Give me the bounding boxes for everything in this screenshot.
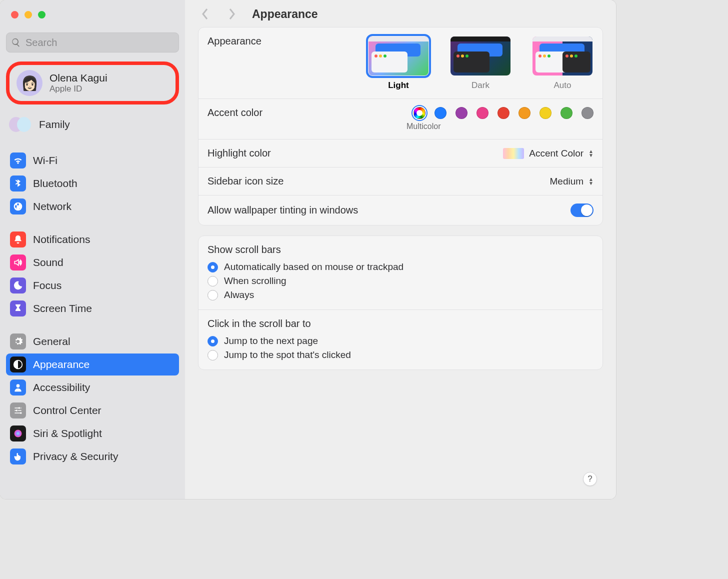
highlight-select[interactable]: Accent Color ▲▼ [503,148,594,159]
apple-id-row[interactable]: 👩🏻 Olena Kagui Apple ID [6,62,179,104]
minimize-window-button[interactable] [24,11,32,18]
accent-swatch-orange[interactable] [518,107,530,119]
sidebar: 👩🏻 Olena Kagui Apple ID Family Wi-FiBlue… [0,0,185,499]
sidebar-item-label: Network [33,200,72,212]
radio-option[interactable]: Jump to the next page [208,336,594,346]
bell-icon [10,232,26,248]
sidebar-item-network[interactable]: Network [6,196,179,218]
appearance-mode-label: Light [388,80,409,90]
radio-icon [208,262,218,272]
radio-label: Automatically based on mouse or trackpad [224,262,404,272]
accent-swatch-pink[interactable] [476,107,488,119]
radio-icon [208,290,218,300]
accent-swatch-purple[interactable] [456,107,468,119]
sidebar-item-appearance[interactable]: Appearance [6,354,179,376]
sidebar-item-label: Bluetooth [33,178,78,190]
appearance-card: Appearance LightDarkAuto Accent color Mu… [198,27,603,226]
tinting-label: Allow wallpaper tinting in windows [208,204,358,216]
sidebar-item-siri-spotlight[interactable]: Siri & Spotlight [6,422,179,444]
radio-option[interactable]: Always [208,290,594,300]
person-icon [10,380,26,396]
appearance-mode-dark[interactable] [450,36,512,76]
globe-icon [10,198,26,214]
appearance-mode-label: Auto [554,80,572,90]
sidebar-item-wi-fi[interactable]: Wi-Fi [6,150,179,172]
chevron-updown-icon: ▲▼ [588,178,594,186]
nav-back-button[interactable] [198,7,212,21]
nav-forward-button[interactable] [225,7,239,21]
scrollclick-label: Click in the scroll bar to [208,318,594,330]
account-sub: Apple ID [50,84,108,94]
radio-label: Jump to the next page [224,336,318,346]
accent-swatch-yellow[interactable] [540,107,552,119]
sliders-icon [10,402,26,418]
help-button[interactable]: ? [583,472,597,486]
scrollbars-label: Show scroll bars [208,244,594,256]
wifi-icon [10,152,26,168]
sidebar-size-select[interactable]: Medium ▲▼ [550,176,594,187]
siri-icon [10,426,26,442]
svg-point-5 [14,430,22,438]
radio-label: Jump to the spot that's clicked [224,350,351,360]
account-name: Olena Kagui [50,72,108,84]
family-avatar-icon [9,114,31,136]
sidebar-item-label: Accessibility [33,382,90,394]
appearance-label: Appearance [208,36,262,47]
tinting-switch[interactable] [570,204,594,217]
svg-point-4 [20,412,22,414]
radio-label: When scrolling [224,276,286,286]
radio-option[interactable]: Jump to the spot that's clicked [208,350,594,360]
appearance-mode-auto[interactable] [532,36,594,76]
sidebar-item-label: Control Center [33,404,102,416]
sidebar-item-screen-time[interactable]: Screen Time [6,298,179,320]
radio-icon [208,350,218,360]
sidebar-item-label: Privacy & Security [33,450,118,462]
accent-swatch-multicolor[interactable] [414,107,426,119]
accent-swatch-blue[interactable] [434,107,446,119]
accent-swatch-gray[interactable] [582,107,594,119]
appearance-mode-label: Dark [472,80,490,90]
moon-icon [10,278,26,294]
sidebar-item-general[interactable]: General [6,330,179,352]
highlight-label: Highlight color [208,148,271,159]
radio-option[interactable]: Automatically based on mouse or trackpad [208,262,594,272]
accent-label: Accent color [208,107,262,118]
sidebar-item-accessibility[interactable]: Accessibility [6,376,179,398]
fullscreen-window-button[interactable] [38,11,46,18]
svg-point-1 [16,384,20,388]
hourglass-icon [10,300,26,316]
sidebar-item-privacy-security[interactable]: Privacy & Security [6,446,179,468]
chevron-updown-icon: ▲▼ [588,150,594,158]
sidebar-size-label: Sidebar icon size [208,176,284,187]
scroll-card: Show scroll bars Automatically based on … [198,236,603,370]
sidebar-item-control-center[interactable]: Control Center [6,400,179,422]
avatar: 👩🏻 [16,70,42,96]
accent-swatch-red[interactable] [498,107,510,119]
accent-swatch-green[interactable] [560,107,572,119]
sidebar-item-label: Appearance [33,358,90,370]
sidebar-item-label: Notifications [33,234,90,246]
sidebar-item-label: Sound [33,256,64,268]
hand-icon [10,448,26,464]
svg-point-2 [18,407,20,408]
sidebar-item-family[interactable]: Family [6,110,179,138]
sidebar-item-sound[interactable]: Sound [6,252,179,274]
main-pane: Appearance Appearance LightDarkAuto Acce… [185,0,616,499]
sidebar-item-notifications[interactable]: Notifications [6,228,179,250]
window-controls [0,11,185,18]
family-label: Family [39,118,70,130]
page-title: Appearance [252,8,318,21]
sound-icon [10,254,26,270]
radio-option[interactable]: When scrolling [208,276,594,286]
search-input[interactable] [6,32,179,52]
sidebar-item-bluetooth[interactable]: Bluetooth [6,172,179,194]
sidebar-item-focus[interactable]: Focus [6,274,179,296]
appearance-mode-light[interactable] [368,36,430,76]
gear-icon [10,334,26,350]
close-window-button[interactable] [11,11,18,18]
sidebar-item-label: General [33,336,70,348]
search-wrapper [6,32,179,52]
sidebar-item-label: Focus [33,280,62,292]
radio-icon [208,336,218,346]
svg-point-3 [16,410,18,411]
